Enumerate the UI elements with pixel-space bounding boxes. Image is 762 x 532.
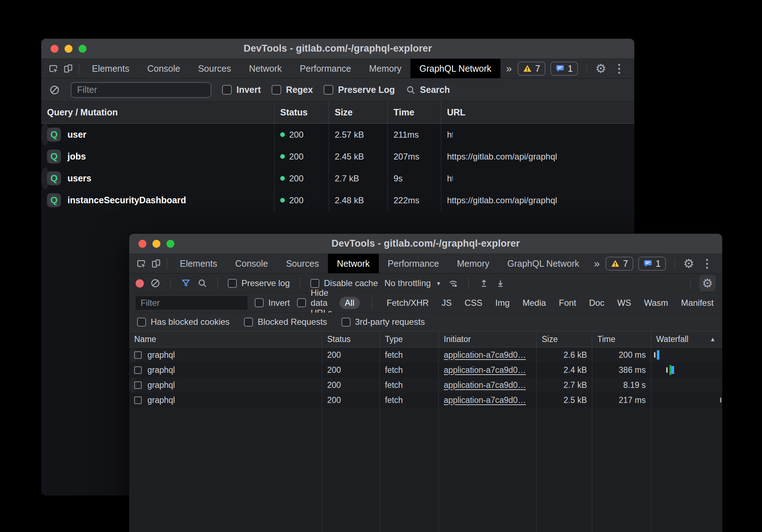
tab-console[interactable]: Console [138, 59, 189, 78]
tab-sources[interactable]: Sources [189, 59, 240, 78]
tab-performance[interactable]: Performance [379, 254, 448, 273]
chip-js[interactable]: JS [439, 297, 454, 309]
chip-wasm[interactable]: Wasm [642, 297, 670, 309]
table-row[interactable]: graphql 200 fetch application-a7ca9d0… 2… [129, 362, 722, 377]
issues-badge[interactable]: 1 [638, 257, 666, 271]
name-cell: graphql [129, 377, 322, 393]
warnings-badge[interactable]: 7 [606, 257, 633, 271]
search-icon[interactable] [197, 278, 207, 288]
tab-graphql-network[interactable]: GraphQL Network [410, 59, 500, 78]
chip-all[interactable]: All [339, 297, 360, 309]
network-conditions-icon[interactable] [448, 278, 458, 289]
import-har-icon[interactable] [479, 278, 489, 288]
invert-checkbox[interactable]: Invert [222, 85, 261, 95]
tab-elements[interactable]: Elements [83, 59, 138, 78]
more-tabs-chevron-icon[interactable]: » [500, 59, 518, 78]
column-header-time[interactable]: Time [388, 101, 441, 123]
row-checkbox[interactable] [134, 396, 142, 404]
chip-fetch-xhr[interactable]: Fetch/XHR [385, 297, 431, 309]
tab-memory[interactable]: Memory [448, 254, 498, 273]
table-row[interactable]: Q users 200 2.7 kB 9s https://gitlab.com… [41, 167, 49, 189]
chip-css[interactable]: CSS [462, 297, 484, 309]
close-window-button[interactable] [51, 45, 58, 53]
blocked-requests-checkbox[interactable]: Blocked Requests [244, 317, 327, 327]
chip-img[interactable]: Img [493, 297, 512, 309]
chip-font[interactable]: Font [557, 297, 578, 309]
zoom-window-button[interactable] [166, 240, 174, 248]
zoom-window-button[interactable] [79, 45, 86, 53]
table-row[interactable]: graphql 200 fetch application-a7ca9d0… 2… [129, 347, 137, 362]
column-header-name[interactable]: Name [129, 332, 322, 347]
regex-checkbox[interactable]: Regex [272, 85, 313, 95]
chip-doc[interactable]: Doc [587, 297, 607, 309]
close-window-button[interactable] [138, 240, 146, 248]
record-network-log-button[interactable] [136, 279, 144, 288]
column-header-url[interactable]: URL [441, 101, 634, 123]
tab-network[interactable]: Network [328, 254, 379, 273]
minimize-window-button[interactable] [65, 45, 72, 53]
tab-console[interactable]: Console [226, 254, 277, 273]
device-toolbar-icon[interactable] [149, 254, 164, 273]
table-row[interactable]: graphql 200 fetch application-a7ca9d0… 2… [129, 377, 137, 393]
third-party-requests-checkbox[interactable]: 3rd-party requests [342, 317, 425, 327]
table-row[interactable]: Q jobs 200 2.45 kB 207ms https://gitlab.… [41, 146, 634, 167]
tab-network[interactable]: Network [240, 59, 291, 78]
row-checkbox[interactable] [134, 366, 142, 374]
initiator-link[interactable]: application-a7ca9d0… [444, 365, 526, 375]
initiator-link[interactable]: application-a7ca9d0… [444, 350, 526, 360]
filter-input[interactable] [136, 296, 248, 310]
export-har-icon[interactable] [495, 278, 505, 288]
table-row[interactable]: graphql 200 fetch application-a7ca9d0… 2… [129, 393, 722, 408]
column-header-size[interactable]: Size [329, 101, 388, 123]
initiator-link[interactable]: application-a7ca9d0… [444, 395, 526, 405]
chip-manifest[interactable]: Manifest [679, 297, 716, 309]
clear-icon[interactable] [49, 85, 60, 95]
device-toolbar-icon[interactable] [61, 59, 76, 78]
column-header-size[interactable]: Size [537, 332, 592, 347]
preserve-log-checkbox[interactable]: Preserve Log [324, 85, 395, 95]
table-row[interactable]: Q user 200 2.57 kB 211ms https://gitlab.… [41, 124, 49, 146]
settings-gear-icon[interactable]: ⚙ [596, 62, 606, 75]
search-control[interactable]: Search [406, 85, 450, 95]
checkbox-box [310, 279, 319, 288]
column-header-query-mutation[interactable]: Query / Mutation [41, 101, 274, 123]
disable-cache-checkbox[interactable]: Disable cache [310, 278, 378, 288]
warnings-badge[interactable]: 7 [518, 62, 545, 76]
inspect-element-icon[interactable] [134, 254, 149, 273]
tab-graphql-network[interactable]: GraphQL Network [498, 254, 588, 273]
tab-elements[interactable]: Elements [171, 254, 226, 273]
column-header-status[interactable]: Status [322, 332, 380, 347]
column-header-initiator[interactable]: Initiator [439, 332, 537, 347]
column-header-type[interactable]: Type [380, 332, 439, 347]
throttling-dropdown[interactable]: No throttling ▼ [384, 278, 441, 288]
initiator-cell: application-a7ca9d0… [439, 393, 537, 408]
initiator-link[interactable]: application-a7ca9d0… [444, 380, 526, 390]
clear-network-log-icon[interactable] [150, 278, 160, 288]
inspect-element-icon[interactable] [46, 59, 61, 78]
more-tabs-chevron-icon[interactable]: » [588, 254, 606, 273]
column-header-time[interactable]: Time [592, 332, 651, 347]
tab-memory[interactable]: Memory [360, 59, 410, 78]
row-checkbox[interactable] [134, 381, 142, 389]
filter-funnel-icon[interactable] [181, 278, 191, 288]
tab-sources[interactable]: Sources [277, 254, 328, 273]
preserve-log-checkbox[interactable]: Preserve log [228, 278, 290, 288]
has-blocked-cookies-checkbox[interactable]: Has blocked cookies [137, 317, 230, 327]
filter-input[interactable] [71, 82, 211, 98]
settings-gear-icon[interactable]: ⚙ [683, 257, 694, 270]
network-settings-button[interactable]: ⚙ [699, 275, 716, 291]
minimize-window-button[interactable] [152, 240, 160, 248]
column-header-status[interactable]: Status [274, 101, 329, 123]
issues-badge[interactable]: 1 [550, 62, 578, 76]
row-checkbox[interactable] [134, 351, 142, 359]
table-row[interactable]: Q instanceSecurityDashboard 200 2.48 kB … [41, 189, 634, 211]
tab-performance[interactable]: Performance [291, 59, 360, 78]
invert-checkbox[interactable]: Invert [255, 298, 290, 308]
column-header-waterfall[interactable]: Waterfall ▲ [651, 332, 722, 347]
chip-ws[interactable]: WS [615, 297, 634, 309]
kebab-menu-icon[interactable]: ⋮ [699, 257, 715, 270]
kebab-menu-icon[interactable]: ⋮ [611, 62, 627, 75]
chip-media[interactable]: Media [520, 297, 548, 309]
divider [469, 278, 469, 289]
issues-count: 1 [656, 258, 661, 269]
